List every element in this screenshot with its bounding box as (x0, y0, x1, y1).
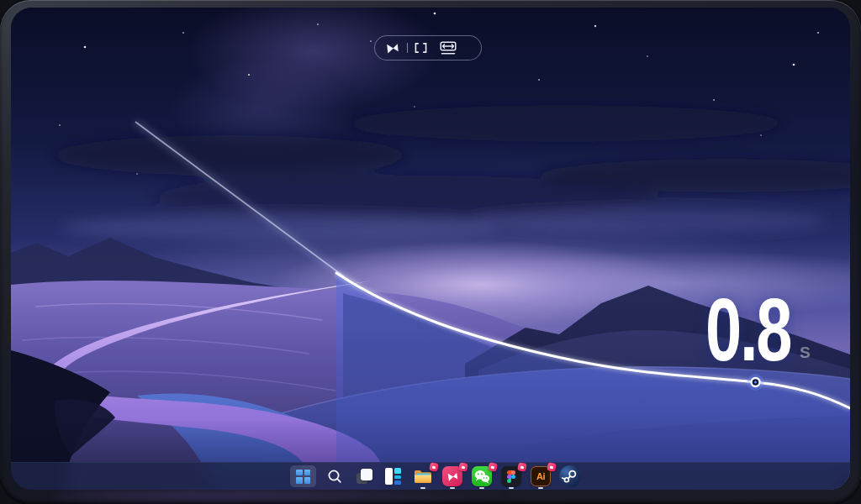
compare-panel-icon[interactable] (440, 41, 457, 55)
timer-readout: 0.8 (705, 286, 790, 374)
taskbar-illustrator-button[interactable]: Ai (530, 465, 552, 487)
running-indicator (479, 487, 484, 489)
selection-brackets-icon[interactable] (415, 42, 427, 54)
taskbar-steam-button[interactable] (559, 465, 581, 487)
timer-value: 0.8 (705, 281, 790, 379)
taskbar: Ai (11, 462, 850, 490)
widgets-icon (385, 468, 402, 485)
running-indicator (538, 487, 543, 489)
taskbar-icon-row: Ai (290, 465, 581, 487)
taskbar-search-button[interactable] (324, 465, 346, 487)
notification-badge (429, 462, 439, 472)
loading-curve-overlay (11, 8, 850, 490)
steam-icon (559, 465, 581, 487)
notification-badge (488, 462, 498, 472)
running-indicator (509, 487, 514, 489)
taskbar-task-view-button[interactable] (353, 465, 375, 487)
folder-icon (414, 469, 432, 484)
running-indicator (420, 487, 425, 489)
capture-toolbar (374, 35, 482, 60)
taskbar-figma-button[interactable] (500, 465, 522, 487)
windows-logo-icon (296, 470, 310, 484)
search-icon (326, 468, 343, 485)
running-indicator (450, 487, 455, 489)
timer-unit: S (800, 344, 811, 362)
notification-badge (458, 462, 468, 472)
notification-badge (547, 462, 557, 472)
desktop-screen: 0.8 S (11, 8, 850, 490)
app-logo-bowtie-icon[interactable] (385, 42, 400, 55)
notification-badge (517, 462, 527, 472)
taskbar-widgets-button[interactable] (383, 465, 404, 487)
task-view-icon (357, 469, 372, 485)
illustrator-label: Ai (536, 471, 545, 481)
bezel-reflection-glow (50, 489, 521, 502)
device-frame: 0.8 S (0, 0, 861, 504)
toolbar-divider (407, 43, 408, 53)
taskbar-file-explorer-button[interactable] (412, 465, 434, 487)
taskbar-wechat-button[interactable] (471, 465, 493, 487)
taskbar-media-app-button[interactable] (441, 465, 463, 487)
taskbar-start-button[interactable] (290, 465, 316, 487)
